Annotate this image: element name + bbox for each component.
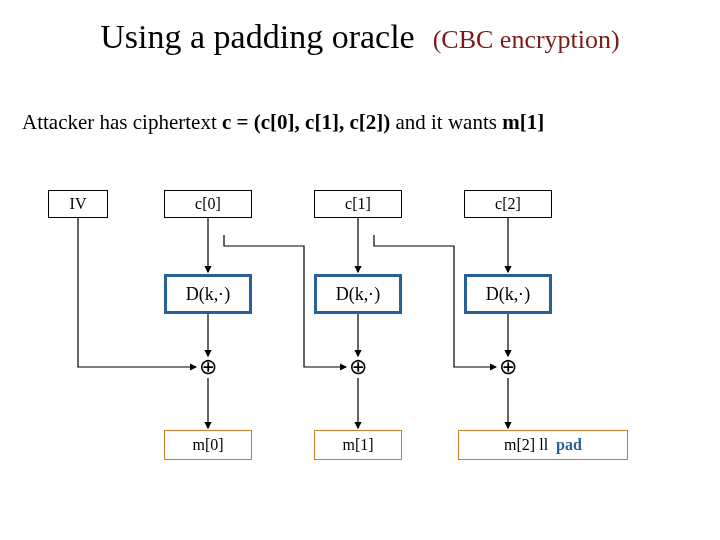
ciphertext-block-2: c[2] xyxy=(464,190,552,218)
xor-2: ⊕ xyxy=(497,356,519,378)
desc-middle: and it wants xyxy=(390,110,502,134)
xor-1: ⊕ xyxy=(347,356,369,378)
pad-label: pad xyxy=(556,436,582,454)
desc-prefix: Attacker has ciphertext xyxy=(22,110,222,134)
iv-box: IV xyxy=(48,190,108,218)
page-title: Using a padding oracle xyxy=(100,18,414,55)
plaintext-block-1: m[1] xyxy=(314,430,402,460)
decrypt-block-2: D(k,⋅) xyxy=(464,274,552,314)
plaintext-block-0: m[0] xyxy=(164,430,252,460)
ciphertext-block-0: c[0] xyxy=(164,190,252,218)
desc-target: m[1] xyxy=(502,110,544,134)
cbc-diagram: IV c[0] c[1] c[2] D(k,⋅) D(k,⋅) D(k,⋅) ⊕… xyxy=(48,188,668,488)
desc-cipher: c = (c[0], c[1], c[2]) xyxy=(222,110,390,134)
xor-0: ⊕ xyxy=(197,356,219,378)
decrypt-block-0: D(k,⋅) xyxy=(164,274,252,314)
decrypt-block-1: D(k,⋅) xyxy=(314,274,402,314)
plaintext-block-2: m[2] ll pad xyxy=(458,430,628,460)
page-subtitle: (CBC encryption) xyxy=(433,25,620,54)
ciphertext-block-1: c[1] xyxy=(314,190,402,218)
m2-label: m[2] ll xyxy=(504,436,548,454)
description-line: Attacker has ciphertext c = (c[0], c[1],… xyxy=(22,110,544,135)
